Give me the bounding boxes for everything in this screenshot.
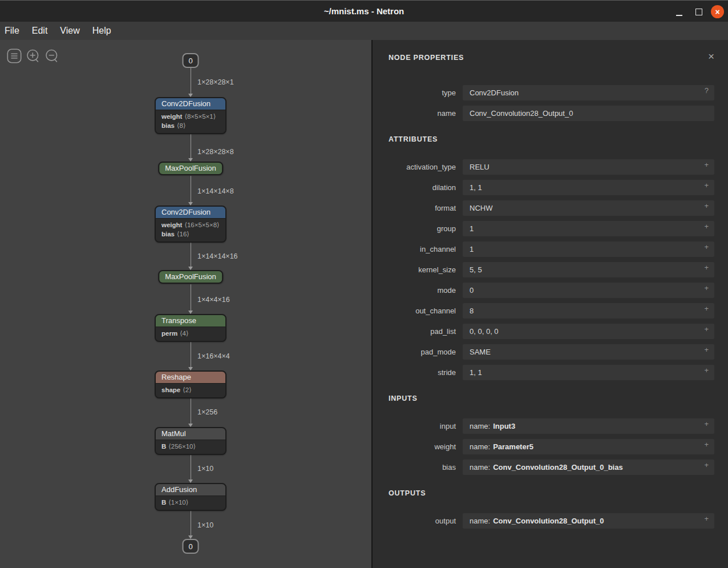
close-button[interactable]: × (711, 5, 724, 18)
node-attributes: perm⟨4⟩ (156, 327, 225, 341)
zoom-in-icon[interactable] (26, 49, 41, 63)
node-title[interactable]: Transpose (156, 315, 225, 327)
graph-node-maxpoolfusion-2[interactable]: MaxPoolFusion (158, 270, 223, 284)
attribute-row: in_channel 1 + (389, 241, 714, 257)
graph-node-conv2dfusion-1[interactable]: Conv2DFusion weight⟨8×5×5×1⟩ bias⟨8⟩ (155, 97, 227, 134)
expand-icon[interactable]: + (704, 243, 709, 251)
inputs-section-title: INPUTS (389, 395, 714, 402)
node-attr: weight⟨8×5×5×1⟩ (161, 112, 220, 121)
node-title[interactable]: Reshape (156, 372, 225, 384)
node-title[interactable]: MatMul (156, 428, 225, 440)
minimize-button[interactable] (676, 15, 682, 16)
sidebar-menu-icon[interactable] (7, 49, 22, 63)
attribute-row: kernel_size 5, 5 + (389, 262, 714, 277)
edge-shape-label: 1×10 (197, 465, 213, 473)
graph-panel[interactable]: 1×28×28×1 1×28×28×8 1×14×14×8 1×14×14×16… (0, 40, 371, 568)
graph-node-conv2dfusion-2[interactable]: Conv2DFusion weight⟨16×5×5×8⟩ bias⟨16⟩ (155, 206, 227, 243)
node-attr: bias⟨16⟩ (161, 229, 220, 239)
node-attributes: weight⟨8×5×5×1⟩ bias⟨8⟩ (156, 110, 225, 133)
node-properties-panel: NODE PROPERTIES × type Conv2DFusion ? na… (371, 40, 728, 568)
attribute-row: format NCHW + (389, 200, 714, 216)
expand-icon[interactable]: + (704, 441, 709, 448)
node-title[interactable]: Conv2DFusion (156, 98, 225, 110)
expand-icon[interactable]: + (704, 284, 709, 292)
properties-header: NODE PROPERTIES × (389, 54, 714, 63)
node-title[interactable]: MaxPoolFusion (159, 271, 222, 283)
expand-icon[interactable]: + (704, 461, 709, 469)
attribute-value-field[interactable]: 1, 1 + (463, 180, 714, 195)
expand-icon[interactable]: + (704, 420, 709, 428)
attribute-value-field[interactable]: 1 + (463, 241, 714, 257)
attribute-value-field[interactable]: 0, 0, 0, 0 + (463, 324, 714, 339)
close-panel-icon[interactable]: × (708, 53, 714, 61)
graph-node-addfusion[interactable]: AddFusion B⟨1×10⟩ (155, 483, 227, 511)
input-row: weight name: Parameter5 + (389, 439, 714, 454)
menu-view[interactable]: View (60, 26, 79, 36)
attribute-value-field[interactable]: 5, 5 + (463, 262, 714, 277)
property-row-name: name Conv_Convolution28_Output_0 (389, 106, 714, 121)
expand-icon[interactable]: + (704, 202, 709, 210)
zoom-out-icon[interactable] (45, 49, 59, 63)
expand-icon[interactable]: + (704, 182, 709, 189)
node-title[interactable]: AddFusion (156, 484, 225, 496)
menu-bar: File Edit View Help (0, 22, 728, 40)
graph-node-matmul[interactable]: MatMul B⟨256×10⟩ (155, 427, 227, 455)
graph-node-maxpoolfusion-1[interactable]: MaxPoolFusion (158, 162, 223, 175)
graph-toolbar (7, 49, 59, 63)
node-attr: weight⟨16×5×5×8⟩ (161, 220, 220, 229)
attribute-value-field[interactable]: 1 + (463, 221, 714, 236)
node-attr: shape⟨2⟩ (161, 385, 220, 394)
attribute-value-field[interactable]: 0 + (463, 283, 714, 298)
type-value-field[interactable]: Conv2DFusion ? (463, 85, 714, 100)
attribute-value-field[interactable]: 8 + (463, 303, 714, 319)
edge-shape-label: 1×256 (197, 408, 217, 416)
node-attributes: shape⟨2⟩ (156, 384, 225, 397)
expand-icon[interactable]: + (704, 346, 709, 353)
menu-file[interactable]: File (5, 26, 19, 36)
expand-icon[interactable]: + (704, 325, 709, 333)
edge (191, 453, 191, 480)
attribute-value-field[interactable]: 1, 1 + (463, 365, 714, 380)
edge (191, 176, 191, 202)
input-value-field[interactable]: name: Conv_Convolution28_Output_0_bias + (463, 460, 714, 475)
maximize-button[interactable] (695, 9, 702, 15)
attribute-value-field[interactable]: SAME + (463, 344, 714, 360)
node-attr: bias⟨8⟩ (161, 121, 220, 130)
node-title[interactable]: Conv2DFusion (156, 207, 225, 219)
title-bar[interactable]: ~/mnist.ms - Netron × (0, 0, 728, 22)
expand-icon[interactable]: + (704, 223, 709, 230)
output-row: output name: Conv_Convolution28_Output_0… (389, 513, 714, 529)
menu-edit[interactable]: Edit (32, 26, 48, 36)
edge-shape-label: 1×14×14×16 (197, 252, 238, 260)
menu-help[interactable]: Help (92, 26, 111, 36)
graph-output-node[interactable]: 0 (183, 539, 199, 554)
node-attributes: weight⟨16×5×5×8⟩ bias⟨16⟩ (156, 219, 225, 241)
property-label: name (389, 109, 456, 118)
expand-icon[interactable]: + (704, 264, 709, 271)
expand-icon[interactable]: + (704, 515, 709, 522)
graph-input-node[interactable]: 0 (183, 53, 199, 68)
node-title[interactable]: MaxPoolFusion (159, 163, 222, 174)
edge (191, 397, 191, 424)
attribute-row: mode 0 + (389, 283, 714, 298)
name-value-field[interactable]: Conv_Convolution28_Output_0 (463, 106, 714, 121)
expand-icon[interactable]: + (704, 305, 709, 312)
edge-shape-label: 1×14×14×8 (197, 187, 234, 195)
expand-icon[interactable]: + (704, 161, 709, 168)
attribute-value-field[interactable]: NCHW + (463, 200, 714, 216)
graph-node-transpose[interactable]: Transpose perm⟨4⟩ (155, 314, 227, 342)
input-value-field[interactable]: name: Parameter5 + (463, 439, 714, 454)
input-value-field[interactable]: name: Input3 + (463, 418, 714, 434)
window-title: ~/mnist.ms - Netron (324, 6, 404, 16)
attribute-value-field[interactable]: RELU + (463, 159, 714, 175)
output-value-field[interactable]: name: Conv_Convolution28_Output_0 + (463, 513, 714, 529)
expand-icon[interactable]: + (704, 366, 709, 374)
node-attr: B⟨1×10⟩ (161, 498, 220, 507)
node-attributes: B⟨1×10⟩ (156, 496, 225, 510)
input-row: bias name: Conv_Convolution28_Output_0_b… (389, 460, 714, 475)
node-attributes: B⟨256×10⟩ (156, 440, 225, 454)
type-help-icon[interactable]: ? (705, 87, 709, 94)
attribute-row: dilation 1, 1 + (389, 180, 714, 195)
graph-node-reshape[interactable]: Reshape shape⟨2⟩ (155, 370, 227, 398)
edge (191, 132, 191, 158)
